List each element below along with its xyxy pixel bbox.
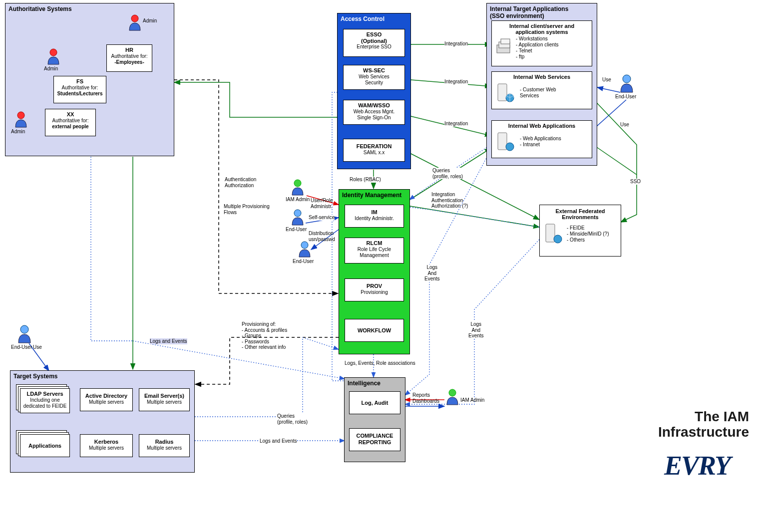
stack-apps: Applications	[16, 430, 71, 460]
box-rlcm: RLCM Role Life Cycle Management	[345, 238, 404, 264]
person-icon	[298, 241, 312, 258]
svg-point-26	[50, 49, 57, 56]
list-ext: - FEIDE- Minside/MinID (?)- Others	[567, 225, 609, 243]
svg-point-25	[131, 15, 138, 22]
diagram-title: The IAM Infrastructure	[599, 409, 749, 440]
box-im: IM Identity Administr.	[345, 205, 404, 228]
svg-point-27	[17, 112, 24, 119]
box-workflow: WORKFLOW	[345, 319, 404, 342]
box-federation: FEDERATION SAML x.x	[343, 139, 405, 162]
person-icon	[619, 74, 634, 93]
svg-rect-19	[498, 84, 507, 101]
svg-point-32	[623, 75, 631, 83]
svg-point-29	[294, 210, 301, 217]
server-globe-icon	[495, 82, 515, 104]
person-icon	[291, 179, 305, 196]
box-fs: FS Authoritative for: Students/Lecturers	[53, 76, 106, 103]
svg-point-31	[20, 325, 28, 333]
svg-rect-21	[498, 133, 507, 150]
panel-title-targets: Target Systems	[13, 373, 57, 380]
box-internal-wa: Internal Web Applications - Web Applicat…	[491, 120, 592, 158]
stack-ldap: LDAP Servers Including one dedicated to …	[16, 384, 71, 414]
box-hr: HR Authoritative for: -Employees-	[106, 44, 152, 72]
box-internal-ws: Internal Web Services - Customer Web Ser…	[491, 71, 592, 109]
person-icon	[445, 388, 459, 405]
box-ad: Active Directory Multiple servers	[80, 388, 133, 411]
box-radius: Radius Multiple servers	[139, 434, 190, 457]
box-compliance: COMPLIANCE REPORTING	[349, 428, 400, 451]
box-prov: PROV Provisioning	[345, 278, 404, 301]
svg-point-33	[449, 389, 456, 396]
person-icon	[128, 14, 142, 31]
server-pile-icon	[495, 36, 513, 56]
server-globe-icon	[495, 131, 515, 153]
panel-title-itargets: Internal Target Applications (SSO enviro…	[490, 5, 568, 19]
list-cs: - Workstations- Application clients- Tel…	[516, 36, 559, 60]
box-external-federated: External Federated Environments - FEIDE-…	[539, 205, 621, 257]
box-wssec: WS-SEC Web Services Security	[343, 65, 405, 90]
panel-title-intel: Intelligence	[348, 380, 381, 387]
svg-point-22	[506, 143, 514, 151]
svg-rect-23	[546, 224, 555, 242]
panel-title-idm: Identity Management	[342, 192, 401, 199]
server-globe-icon	[543, 222, 563, 246]
svg-point-30	[301, 242, 308, 249]
svg-line-12	[597, 87, 620, 92]
diagram-canvas: Authoritative Systems HR Authoritative f…	[0, 0, 763, 532]
person-icon	[291, 209, 305, 226]
panel-title-auth: Authoritative Systems	[8, 5, 72, 12]
box-xx: XX Authoritative for: external people	[45, 109, 96, 136]
person-icon	[46, 48, 60, 65]
person-icon	[17, 324, 32, 343]
box-esso: ESSO (Optional) Enterprise SSO	[343, 29, 405, 57]
brand-logo: EVRY	[664, 450, 730, 481]
svg-rect-18	[501, 39, 510, 44]
box-email: Email Server(s) Multiple servers	[139, 388, 190, 411]
panel-title-access: Access Control	[341, 15, 384, 22]
person-icon	[14, 111, 28, 128]
box-kerberos: Kerberos Multiple servers	[80, 434, 133, 457]
box-log-audit: Log, Audit	[349, 391, 400, 414]
box-wam: WAM/WSSO Web Access Mgnt. Single Sign-On	[343, 100, 405, 125]
list-wa: - Web Applications- Intranet	[520, 136, 561, 148]
svg-point-24	[554, 235, 562, 243]
box-internal-cs: Internal client/server and application s…	[491, 20, 592, 66]
list-ws: - Customer Web Services	[520, 87, 556, 99]
svg-point-28	[294, 180, 301, 187]
